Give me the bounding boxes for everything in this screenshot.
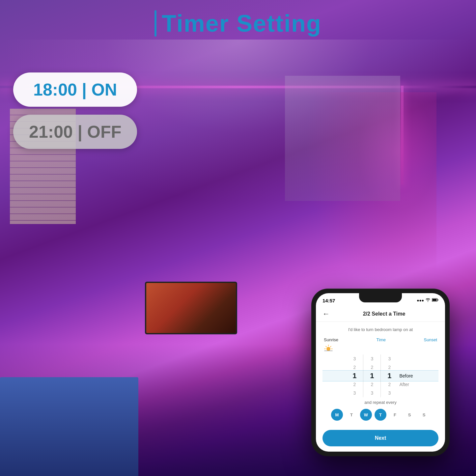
days-row: M T W T F S [322, 409, 438, 421]
sunrise-label: Sunrise [324, 337, 338, 342]
svg-line-5 [330, 346, 331, 347]
tv-screen [146, 283, 236, 333]
phone-body: 14:57 ●●● [311, 289, 450, 456]
time-label: Time [377, 337, 386, 342]
day-sunday[interactable]: S [418, 409, 430, 421]
subtitle-text: I'd like to turn bedroom lamp on at [322, 327, 438, 332]
day-monday[interactable]: M [331, 409, 343, 421]
sunset-label: Sunset [424, 337, 437, 342]
room-wall-right [285, 76, 400, 201]
nav-bar: ← 2/2 Select a Time [316, 306, 445, 322]
title-bar-decoration [154, 10, 156, 37]
drum-col-1[interactable]: 3 2 1 2 3 [348, 354, 361, 397]
timer-off-text: 21:00 | OFF [29, 122, 121, 141]
day-friday[interactable]: F [389, 409, 401, 421]
room-cabinet [125, 334, 257, 394]
drum-divider-2 [380, 354, 381, 397]
wifi-icon [426, 298, 430, 303]
room-bed [0, 377, 138, 476]
room-tv [145, 282, 237, 334]
title-area: Timer Setting [0, 10, 476, 37]
picker-labels: Sunrise Time Sunset [322, 337, 438, 342]
page-title: Timer Setting [162, 10, 322, 37]
signal-icon: ●●● [417, 298, 424, 303]
svg-rect-1 [433, 299, 437, 301]
phone-notch [359, 293, 402, 302]
repeat-label: and repeat every [322, 400, 438, 405]
drum-col-3[interactable]: 3 2 1 2 3 [383, 354, 396, 397]
phone-screen: 14:57 ●●● [316, 293, 445, 452]
app-content: I'd like to turn bedroom lamp on at Sunr… [316, 322, 445, 452]
battery-icon [432, 298, 438, 303]
day-saturday[interactable]: S [404, 409, 415, 421]
svg-line-7 [326, 346, 326, 347]
phone-mockup: 14:57 ●●● [311, 289, 450, 456]
drum-picker-area[interactable]: 3 2 1 2 3 3 2 1 2 3 [322, 354, 438, 397]
picker-columns: 3 2 1 2 3 3 2 1 2 3 [322, 354, 438, 397]
timer-on-badge: 18:00 | ON [13, 72, 137, 107]
before-after-options[interactable]: Before After [399, 354, 413, 397]
timer-badges: 18:00 | ON 21:00 | OFF [13, 72, 137, 149]
next-button[interactable]: Next [322, 430, 438, 446]
day-wednesday[interactable]: W [360, 409, 372, 421]
status-icons: ●●● [417, 298, 438, 303]
drum-col-2[interactable]: 3 2 1 2 3 [365, 354, 378, 397]
drum-divider-1 [363, 354, 363, 397]
sunrise-icon [324, 344, 333, 353]
back-button[interactable]: ← [322, 310, 330, 318]
sunrise-icon-row [322, 344, 438, 354]
day-thursday[interactable]: T [375, 409, 386, 421]
svg-point-3 [326, 347, 330, 351]
timer-off-badge: 21:00 | OFF [13, 115, 137, 149]
status-time: 14:57 [322, 298, 335, 303]
timer-on-text: 18:00 | ON [33, 80, 117, 99]
svg-rect-2 [438, 299, 438, 301]
screen-title: 2/2 Select a Time [330, 311, 438, 317]
day-tuesday[interactable]: T [346, 409, 357, 421]
